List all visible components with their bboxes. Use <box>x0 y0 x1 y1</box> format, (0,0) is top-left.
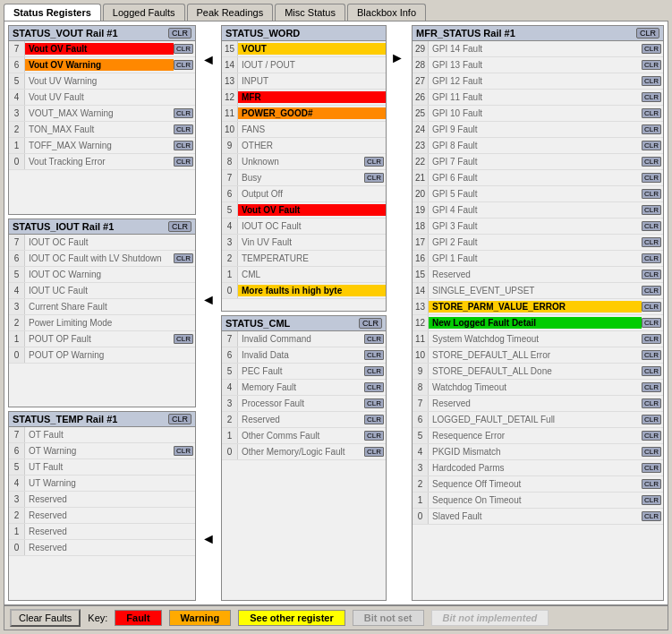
tab-logged-faults[interactable]: Logged Faults <box>103 4 185 21</box>
row-num: 7 <box>222 331 238 347</box>
row-clr-button[interactable]: CLR <box>364 350 384 360</box>
table-row: 8UnknownCLR <box>222 154 386 170</box>
row-clr-button[interactable]: CLR <box>642 189 661 199</box>
row-num: 29 <box>413 41 429 56</box>
row-clr-button[interactable]: CLR <box>642 92 661 102</box>
row-clr-button[interactable]: CLR <box>364 382 384 392</box>
row-num: 3 <box>9 492 25 507</box>
row-clr-button[interactable]: CLR <box>174 124 193 134</box>
row-clr-button[interactable]: CLR <box>642 237 661 247</box>
row-clr-button[interactable]: CLR <box>642 334 661 344</box>
tab-blackbox-info[interactable]: Blackbox Info <box>347 4 426 21</box>
row-clr-button[interactable]: CLR <box>174 253 193 263</box>
table-row: 7IOUT OC Fault <box>9 235 195 251</box>
row-clr-button[interactable]: CLR <box>642 141 661 150</box>
row-clr-button[interactable]: CLR <box>174 60 193 70</box>
row-clr-button[interactable]: CLR <box>364 447 384 457</box>
table-row: 5Resequence ErrorCLR <box>413 428 663 444</box>
table-row: 26GPI 11 FaultCLR <box>413 90 663 106</box>
row-clr-button[interactable]: CLR <box>642 495 661 505</box>
row-clr-button[interactable]: CLR <box>364 173 384 183</box>
panel-clr-button[interactable]: CLR <box>168 221 191 232</box>
row-label: IOUT OC Warning <box>25 269 195 280</box>
row-label: TEMPERATURE <box>238 253 386 264</box>
table-row: 1Sequence On TimeoutCLR <box>413 493 663 509</box>
row-num: 4 <box>413 444 429 459</box>
left-column: STATUS_VOUT Rail #1CLR7Vout OV FaultCLR6… <box>8 25 196 601</box>
table-row: 4IOUT OC Fault <box>222 218 386 235</box>
row-label: System Watchdog Timeout <box>429 333 642 345</box>
row-clr-button[interactable]: CLR <box>364 415 384 424</box>
row-num: 11 <box>413 331 429 347</box>
table-row: 6IOUT OC Fault with LV ShutdownCLR <box>9 251 195 267</box>
row-clr-button[interactable]: CLR <box>642 302 661 312</box>
row-clr-button[interactable]: CLR <box>642 205 661 215</box>
row-clr-button[interactable]: CLR <box>642 511 661 521</box>
row-clr-button[interactable]: CLR <box>642 398 661 408</box>
row-label: GPI 1 Fault <box>429 253 642 264</box>
table-row: 13STORE_PARM_VALUE_ERRORCLR <box>413 299 663 315</box>
row-clr-button[interactable]: CLR <box>642 270 661 279</box>
row-label: Memory Fault <box>238 381 364 393</box>
row-clr-button[interactable]: CLR <box>642 415 661 424</box>
row-clr-button[interactable]: CLR <box>642 447 661 457</box>
row-clr-button[interactable]: CLR <box>642 479 661 489</box>
row-clr-button[interactable]: CLR <box>642 253 661 263</box>
row-clr-button[interactable]: CLR <box>364 334 384 344</box>
panel-clr-button[interactable]: CLR <box>359 318 382 329</box>
row-clr-button[interactable]: CLR <box>174 108 193 118</box>
arrow-to-mfr: ► <box>390 50 404 66</box>
clear-faults-button[interactable]: Clear Faults <box>10 609 81 627</box>
row-label: FANS <box>238 124 386 135</box>
table-row: 12MFR <box>222 90 386 106</box>
row-clr-button[interactable]: CLR <box>642 318 661 328</box>
row-num: 28 <box>413 57 429 73</box>
row-clr-button[interactable]: CLR <box>642 124 661 134</box>
row-clr-button[interactable]: CLR <box>642 173 661 183</box>
row-clr-button[interactable]: CLR <box>642 221 661 231</box>
panel-clr-button[interactable]: CLR <box>636 28 659 39</box>
row-clr-button[interactable]: CLR <box>642 60 661 70</box>
row-clr-button[interactable]: CLR <box>642 382 661 392</box>
row-clr-button[interactable]: CLR <box>642 286 661 296</box>
row-num: 7 <box>9 41 25 56</box>
table-row: 3Processor FaultCLR <box>222 396 386 412</box>
table-row: 7Invalid CommandCLR <box>222 331 386 347</box>
row-clr-button[interactable]: CLR <box>364 431 384 441</box>
panel: MFR_STATUS Rail #1CLR29GPI 14 FaultCLR28… <box>412 25 664 601</box>
tab-misc-status[interactable]: Misc Status <box>275 4 345 21</box>
row-label: IOUT OC Fault <box>25 236 195 248</box>
row-clr-button[interactable]: CLR <box>642 366 661 376</box>
row-clr-button[interactable]: CLR <box>174 334 193 344</box>
row-label: STORE_PARM_VALUE_ERROR <box>429 301 642 313</box>
row-clr-button[interactable]: CLR <box>174 446 193 456</box>
tab-peak-readings[interactable]: Peak Readings <box>187 4 274 21</box>
row-clr-button[interactable]: CLR <box>642 108 661 118</box>
table-row: 9OTHER <box>222 138 386 154</box>
row-clr-button[interactable]: CLR <box>364 398 384 408</box>
table-row: 25GPI 10 FaultCLR <box>413 106 663 122</box>
tab-status-registers[interactable]: Status Registers <box>4 4 101 21</box>
row-clr-button[interactable]: CLR <box>642 76 661 86</box>
row-clr-button[interactable]: CLR <box>174 157 193 167</box>
table-row: 5Vout OV Fault <box>222 202 386 218</box>
row-clr-button[interactable]: CLR <box>174 44 193 54</box>
table-row: 3VOUT_MAX WarningCLR <box>9 106 195 122</box>
row-clr-button[interactable]: CLR <box>364 366 384 376</box>
panel-clr-button[interactable]: CLR <box>168 28 191 39</box>
row-clr-button[interactable]: CLR <box>174 141 193 150</box>
row-label: Watchdog Timeout <box>429 381 642 393</box>
row-clr-button[interactable]: CLR <box>642 44 661 54</box>
row-clr-button[interactable]: CLR <box>642 157 661 167</box>
panel-title-label: STATUS_TEMP Rail #1 <box>13 414 117 424</box>
row-clr-button[interactable]: CLR <box>642 463 661 473</box>
row-clr-button[interactable]: CLR <box>364 157 384 167</box>
table-row: 7OT Fault <box>9 427 195 443</box>
table-row: 5IOUT OC Warning <box>9 267 195 283</box>
row-clr-button[interactable]: CLR <box>642 350 661 360</box>
row-clr-button[interactable]: CLR <box>642 431 661 441</box>
panel-clr-button[interactable]: CLR <box>168 414 191 424</box>
table-row: 17GPI 2 FaultCLR <box>413 235 663 251</box>
table-row: 5PEC FaultCLR <box>222 364 386 380</box>
right-arrow-column: ► <box>390 25 408 601</box>
